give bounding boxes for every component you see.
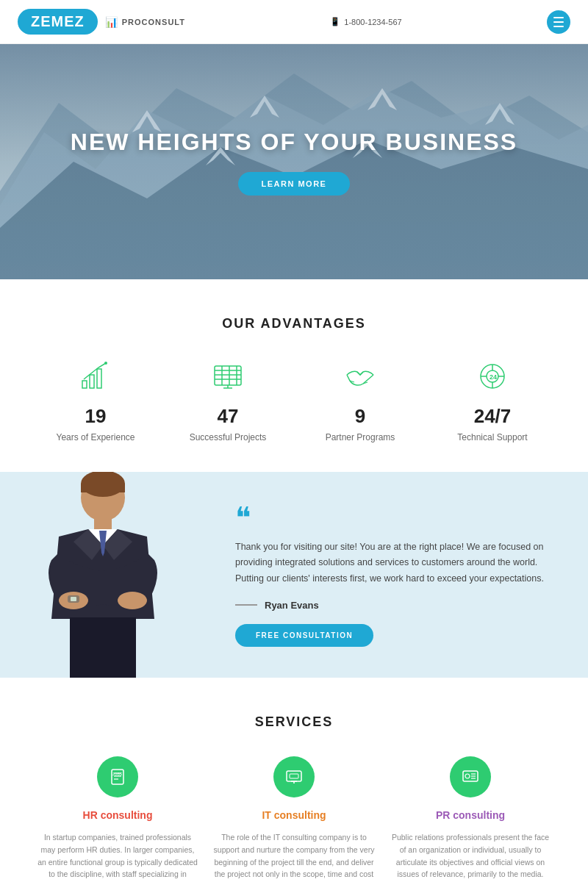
pr-service-desc: Public relations professionals present t… (390, 831, 551, 882)
learn-more-button[interactable]: LEARN MORE (238, 172, 351, 196)
chart-icon (77, 358, 114, 395)
phone-icon: 📱 (330, 17, 340, 26)
pr-service-name: PR consulting (436, 809, 505, 821)
service-pr: PR consulting Public relations professio… (390, 756, 551, 882)
advantage-support: 24 24/7 Technical Support (426, 358, 559, 442)
logo[interactable]: ZEMEZ (18, 9, 98, 35)
hero-content: NEW HEIGHTS OF YOUR BUSINESS LEARN MORE (71, 129, 517, 196)
brand-label: PROCONSULT (122, 18, 185, 26)
hr-icon-circle: JOBS (97, 756, 138, 797)
hr-service-name: HR consulting (83, 809, 153, 821)
advantage-years: 19 Years of Experience (29, 358, 162, 442)
testimonial-section: ❝ Thank you for visiting our site! You a… (0, 472, 588, 678)
menu-line-1 (553, 17, 564, 18)
menu-line-2 (553, 21, 564, 23)
svg-point-37 (118, 592, 147, 609)
partners-label: Partner Programs (326, 432, 395, 442)
hero-section: NEW HEIGHTS OF YOUR BUSINESS LEARN MORE (0, 44, 588, 279)
svg-rect-33 (81, 484, 125, 492)
quote-author: Ryan Evans (235, 600, 551, 611)
services-title: SERVICES (29, 714, 559, 730)
svg-text:24: 24 (490, 373, 497, 381)
advantages-title: OUR ADVANTAGES (29, 316, 559, 331)
services-grid: JOBS HR consulting In startup companies,… (29, 756, 559, 882)
svg-text:JOBS: JOBS (112, 772, 123, 776)
years-label: Years of Experience (57, 432, 135, 442)
phone-number: 📱 1-800-1234-567 (330, 17, 401, 26)
menu-button[interactable] (547, 10, 570, 34)
services-section: SERVICES JOBS HR consulting In startup c… (0, 678, 588, 882)
person-image-area (0, 472, 220, 678)
projects-icon (209, 358, 246, 395)
svg-rect-40 (70, 617, 136, 678)
years-number: 19 (85, 405, 107, 428)
service-hr: JOBS HR consulting In startup companies,… (37, 756, 198, 882)
projects-number: 47 (218, 405, 239, 428)
svg-rect-46 (287, 771, 301, 781)
svg-rect-39 (71, 597, 76, 601)
testimonial-content: ❝ Thank you for visiting our site! You a… (220, 473, 588, 676)
support-label: Technical Support (457, 432, 527, 442)
svg-rect-49 (290, 774, 298, 778)
support-number: 24/7 (474, 405, 512, 428)
svg-point-51 (465, 774, 470, 778)
advantage-projects: 47 Successful Projects (162, 358, 294, 442)
advantages-grid: 19 Years of Experience 47 Successfu (29, 358, 559, 442)
it-service-name: IT consulting (262, 809, 326, 821)
support-icon: 24 (474, 358, 511, 395)
partners-number: 9 (355, 405, 365, 428)
advantage-partners: 9 Partner Programs (294, 358, 426, 442)
brand-icon: 📊 (105, 16, 118, 28)
projects-label: Successful Projects (190, 432, 267, 442)
svg-rect-11 (82, 381, 87, 388)
header-right (547, 10, 570, 34)
header: ZEMEZ 📊 PROCONSULT 📱 1-800-1234-567 (0, 0, 588, 44)
quote-mark-icon: ❝ (235, 503, 551, 532)
person-svg (7, 472, 198, 678)
it-service-desc: The role of the IT consulting company is… (213, 831, 375, 882)
consultation-button[interactable]: FREE CONSULTATION (235, 624, 373, 647)
hero-title: NEW HEIGHTS OF YOUR BUSINESS (71, 129, 517, 156)
brand-name: 📊 PROCONSULT (105, 16, 185, 28)
author-line-decoration (235, 604, 257, 606)
header-left: ZEMEZ 📊 PROCONSULT (18, 9, 185, 35)
svg-rect-13 (97, 369, 101, 388)
pr-icon-circle (450, 756, 491, 797)
handshake-icon (342, 358, 379, 395)
svg-rect-12 (90, 375, 94, 388)
it-icon-circle (273, 756, 315, 797)
service-it: IT consulting The role of the IT consult… (213, 756, 375, 882)
advantages-section: OUR ADVANTAGES 19 Years of Experience (0, 279, 588, 472)
hr-service-desc: In startup companies, trained profession… (37, 831, 198, 882)
phone-text: 1-800-1234-567 (344, 18, 401, 26)
author-name: Ryan Evans (265, 600, 319, 611)
menu-line-3 (553, 26, 564, 27)
quote-text: Thank you for visiting our site! You are… (235, 539, 551, 587)
svg-point-14 (104, 362, 107, 365)
